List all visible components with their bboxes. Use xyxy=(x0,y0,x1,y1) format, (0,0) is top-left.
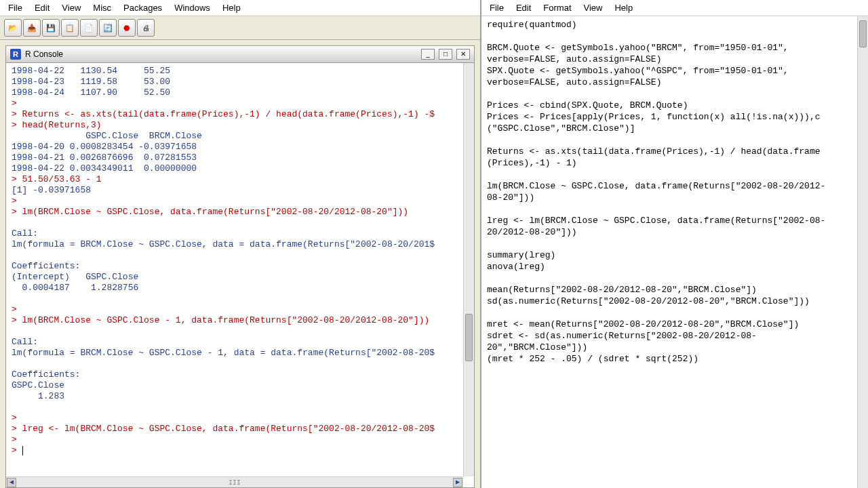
menu-packages[interactable]: Packages xyxy=(119,1,166,14)
editor-line: (Prices),-1) - 1) xyxy=(487,157,863,169)
scrollbar-thumb[interactable] xyxy=(859,20,867,47)
editor-line xyxy=(487,30,863,42)
editor-line: lm(BRCM.Close ~ GSPC.Close, data.frame(R… xyxy=(487,180,863,192)
menu-view[interactable]: View xyxy=(580,1,607,14)
editor-line: SPX.Quote <- getSymbols.yahoo("^GSPC", f… xyxy=(487,65,863,77)
menu-help[interactable]: Help xyxy=(610,1,637,14)
editor-line xyxy=(487,307,863,319)
toolbar-print-icon[interactable]: 🖨 xyxy=(137,19,155,37)
editor-line xyxy=(487,238,863,249)
console-line: > lreg <- lm(BRCM.Close ~ GSPC.Close, da… xyxy=(12,424,469,434)
menu-misc[interactable]: Misc xyxy=(89,1,115,14)
editor-line: Prices <- Prices[apply(Prices, 1, functi… xyxy=(487,111,863,123)
scroll-right-icon[interactable]: ▶ xyxy=(453,478,462,487)
menu-file[interactable]: File xyxy=(4,1,26,14)
editor-line: sd(as.numeric(Returns["2002-08-20/2012-0… xyxy=(487,296,863,307)
console-line xyxy=(12,250,469,261)
editor-line: 08-20"])) xyxy=(487,192,863,203)
scroll-left-icon[interactable]: ◀ xyxy=(7,478,16,487)
toolbar-import-icon[interactable]: 📥 xyxy=(23,19,41,37)
editor-line: mret <- mean(Returns["2002-08-20/2012-08… xyxy=(487,319,863,330)
editor-line: 20","BRCM.Close"])) xyxy=(487,342,863,353)
console-line xyxy=(12,218,469,228)
console-title: R Console xyxy=(25,49,417,59)
menu-format[interactable]: Format xyxy=(539,1,575,14)
console-line: > xyxy=(12,98,469,109)
editor-line: verbose=FALSE, auto.assign=FALSE) xyxy=(487,54,863,65)
notepad-editor[interactable]: require(quantmod) BRCM.Quote <- getSymbo… xyxy=(481,16,868,488)
console-line: 1998-04-24 1107.90 52.50 xyxy=(12,87,469,98)
console-scrollbar-horizontal[interactable]: ◀ III ▶ xyxy=(6,476,463,487)
console-line: > xyxy=(12,434,469,445)
scrollbar-track-label: III xyxy=(229,478,241,488)
console-line: 1998-04-22 0.0034349011 0.00000000 xyxy=(12,163,469,174)
console-line: (Intercept) GSPC.Close xyxy=(12,272,469,283)
editor-line xyxy=(487,88,863,100)
console-line xyxy=(12,293,469,304)
menu-edit[interactable]: Edit xyxy=(512,1,535,14)
editor-line xyxy=(487,134,863,146)
editor-line: Prices <- cbind(SPX.Quote, BRCM.Quote) xyxy=(487,100,863,111)
editor-line: summary(lreg) xyxy=(487,249,863,261)
toolbar-copy-icon[interactable]: 📋 xyxy=(61,19,79,37)
scrollbar-thumb[interactable] xyxy=(465,314,473,361)
console-line: > xyxy=(12,413,469,424)
console-line: lm(formula = BRCM.Close ~ GSPC.Close, da… xyxy=(12,239,469,250)
menu-view[interactable]: View xyxy=(58,1,85,14)
console-line: 1998-04-23 1119.58 53.00 xyxy=(12,77,469,87)
editor-line: Returns <- as.xts(tail(data.frame(Prices… xyxy=(487,146,863,157)
console-line: Call: xyxy=(12,337,469,348)
console-line: > head(Returns,3) xyxy=(12,120,469,131)
menu-edit[interactable]: Edit xyxy=(31,1,54,14)
editor-scrollbar-vertical[interactable] xyxy=(857,16,868,488)
toolbar-paste-icon[interactable]: 📄 xyxy=(80,19,98,37)
console-line: 1.283 xyxy=(12,391,469,402)
maximize-button[interactable]: □ xyxy=(439,49,452,60)
r-logo-icon: R xyxy=(10,49,21,60)
console-line: Coefficients: xyxy=(12,369,469,380)
editor-line: mean(Returns["2002-08-20/2012-08-20","BR… xyxy=(487,284,863,296)
toolbar-refresh-icon[interactable]: 🔄 xyxy=(99,19,117,37)
minimize-button[interactable]: _ xyxy=(421,49,435,60)
toolbar-stop-icon[interactable]: ⬣ xyxy=(118,19,136,37)
editor-line: lreg <- lm(BRCM.Close ~ GSPC.Close, data… xyxy=(487,215,863,226)
menu-windows[interactable]: Windows xyxy=(170,1,214,14)
editor-line: 20/2012-08-20"])) xyxy=(487,226,863,238)
console-line: > 51.50/53.63 - 1 xyxy=(12,174,469,185)
console-line xyxy=(12,359,469,369)
console-line: Coefficients: xyxy=(12,261,469,272)
console-line: 1998-04-21 0.0026876696 0.07281553 xyxy=(12,152,469,163)
rgui-toolbar: 📂 📥 💾 📋 📄 🔄 ⬣ 🖨 xyxy=(0,16,480,40)
console-line: 1998-04-22 1130.54 55.25 xyxy=(12,66,469,77)
console-line: 1998-04-20 0.0008283454 -0.03971658 xyxy=(12,142,469,152)
menu-help[interactable]: Help xyxy=(218,1,245,14)
toolbar-save-icon[interactable]: 💾 xyxy=(42,19,60,37)
close-button[interactable]: ✕ xyxy=(456,49,470,60)
editor-line xyxy=(487,203,863,215)
console-line: > lm(BRCM.Close ~ GSPC.Close - 1, data.f… xyxy=(12,315,469,326)
console-scrollbar-vertical[interactable] xyxy=(463,63,474,476)
menu-file[interactable]: File xyxy=(486,1,508,14)
editor-line: require(quantmod) xyxy=(487,19,863,30)
editor-line xyxy=(487,169,863,180)
editor-line: ("GSPC.Close","BRCM.Close")] xyxy=(487,123,863,134)
cursor xyxy=(22,446,23,455)
console-line: Call: xyxy=(12,228,469,239)
console-line: lm(formula = BRCM.Close ~ GSPC.Close - 1… xyxy=(12,348,469,359)
rgui-menubar: File Edit View Misc Packages Windows Hel… xyxy=(0,0,480,16)
console-line: > xyxy=(12,304,469,315)
console-line: GSPC.Close BRCM.Close xyxy=(12,131,469,142)
editor-line: verbose=FALSE, auto.assign=FALSE) xyxy=(487,77,863,88)
console-line: > xyxy=(12,445,469,456)
console-line: > Returns <- as.xts(tail(data.frame(Pric… xyxy=(12,109,469,120)
r-gui-window: File Edit View Misc Packages Windows Hel… xyxy=(0,0,481,488)
console-line: GSPC.Close xyxy=(12,380,469,391)
toolbar-open-icon[interactable]: 📂 xyxy=(4,19,22,37)
console-line: [1] -0.03971658 xyxy=(12,185,469,196)
editor-line: sdret <- sd(as.numeric(Returns["2002-08-… xyxy=(487,330,863,342)
console-line: > lm(BRCM.Close ~ GSPC.Close, data.frame… xyxy=(12,207,469,218)
console-line xyxy=(12,326,469,337)
r-console[interactable]: 1998-04-22 1130.54 55.251998-04-23 1119.… xyxy=(5,63,475,488)
editor-line: (mret * 252 - .05) / (sdret * sqrt(252)) xyxy=(487,353,863,365)
editor-line xyxy=(487,272,863,284)
